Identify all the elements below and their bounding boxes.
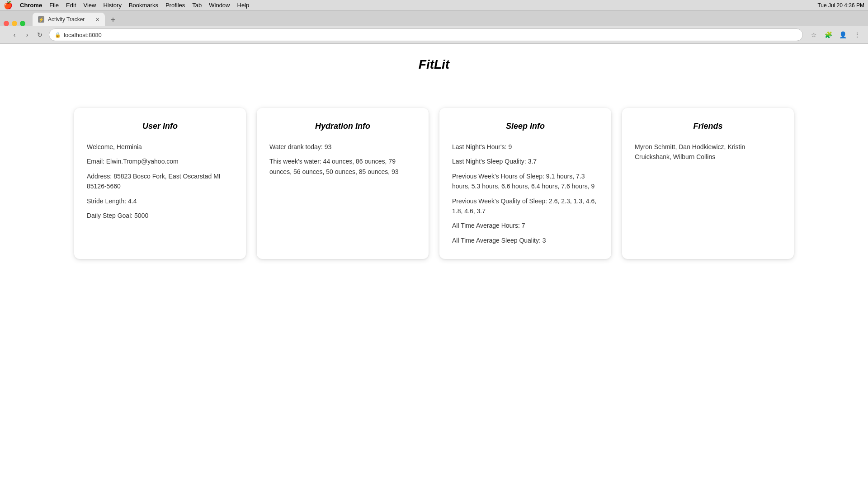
lock-icon: 🔒 bbox=[55, 32, 61, 38]
friends-title: Friends bbox=[635, 122, 781, 131]
browser-actions: ☆ 🧩 👤 ⋮ bbox=[808, 29, 863, 40]
weeks-water: This week's water: 44 ounces, 86 ounces,… bbox=[269, 156, 416, 177]
water-today: Water drank today: 93 bbox=[269, 142, 416, 152]
user-address: Address: 85823 Bosco Fork, East Oscarsta… bbox=[87, 171, 233, 192]
user-info-title: User Info bbox=[87, 122, 233, 131]
bookmark-icon[interactable]: ☆ bbox=[808, 29, 819, 40]
menu-file[interactable]: File bbox=[49, 2, 59, 9]
tab-bar: ⚡ Activity Tracker × + bbox=[0, 11, 868, 26]
apple-menu[interactable]: 🍎 bbox=[4, 1, 13, 9]
forward-button[interactable]: › bbox=[22, 29, 33, 40]
traffic-lights bbox=[4, 21, 25, 26]
friends-list: Myron Schmitt, Dan Hodkiewicz, Kristin C… bbox=[635, 142, 781, 162]
back-button[interactable]: ‹ bbox=[9, 29, 20, 40]
user-step-goal: Daily Step Goal: 5000 bbox=[87, 211, 233, 221]
user-stride: Stride Length: 4.4 bbox=[87, 196, 233, 206]
page-content: FitLit User Info Welcome, Herminia Email… bbox=[0, 44, 868, 488]
new-tab-button[interactable]: + bbox=[107, 14, 119, 26]
last-night-quality: Last Night's Sleep Quality: 3.7 bbox=[452, 156, 599, 166]
browser-toolbar: ‹ › ↻ 🔒 localhost:8080 ☆ 🧩 👤 ⋮ bbox=[0, 26, 868, 43]
profile-icon[interactable]: 👤 bbox=[837, 29, 848, 40]
user-info-body: Welcome, Herminia Email: Elwin.Tromp@yah… bbox=[87, 142, 233, 221]
menu-history[interactable]: History bbox=[103, 2, 121, 9]
menu-edit[interactable]: Edit bbox=[66, 2, 76, 9]
browser-nav: ‹ › ↻ bbox=[9, 29, 45, 40]
refresh-button[interactable]: ↻ bbox=[34, 29, 45, 40]
menu-bar-time: Tue Jul 20 4:36 PM bbox=[817, 2, 864, 9]
hydration-info-title: Hydration Info bbox=[269, 122, 416, 131]
user-info-card: User Info Welcome, Herminia Email: Elwin… bbox=[74, 108, 246, 259]
tab-close-icon[interactable]: × bbox=[96, 16, 99, 23]
cards-container: User Info Welcome, Herminia Email: Elwin… bbox=[9, 108, 859, 259]
menu-bookmarks[interactable]: Bookmarks bbox=[129, 2, 158, 9]
user-welcome: Welcome, Herminia bbox=[87, 142, 233, 152]
tab-favicon: ⚡ bbox=[38, 16, 44, 23]
prev-week-hours: Previous Week's Hours of Sleep: 9.1 hour… bbox=[452, 171, 599, 192]
maximize-button[interactable] bbox=[20, 21, 25, 26]
menu-window[interactable]: Window bbox=[209, 2, 230, 9]
all-time-avg-quality: All Time Average Sleep Quality: 3 bbox=[452, 235, 599, 245]
app-title: FitLit bbox=[9, 57, 859, 72]
user-email: Email: Elwin.Tromp@yahoo.com bbox=[87, 156, 233, 166]
menu-view[interactable]: View bbox=[83, 2, 96, 9]
address-bar[interactable]: 🔒 localhost:8080 bbox=[49, 28, 803, 41]
menu-bar: 🍎 Chrome File Edit View History Bookmark… bbox=[0, 0, 868, 11]
hydration-info-card: Hydration Info Water drank today: 93 Thi… bbox=[257, 108, 429, 259]
extensions-icon[interactable]: 🧩 bbox=[823, 29, 834, 40]
last-night-hours: Last Night's Hour's: 9 bbox=[452, 142, 599, 152]
friends-body: Myron Schmitt, Dan Hodkiewicz, Kristin C… bbox=[635, 142, 781, 162]
menu-chrome[interactable]: Chrome bbox=[20, 2, 42, 9]
menu-help[interactable]: Help bbox=[237, 2, 250, 9]
sleep-info-card: Sleep Info Last Night's Hour's: 9 Last N… bbox=[439, 108, 611, 259]
browser-chrome: ⚡ Activity Tracker × + ‹ › ↻ 🔒 localhost… bbox=[0, 11, 868, 44]
sleep-info-title: Sleep Info bbox=[452, 122, 599, 131]
menu-icon[interactable]: ⋮ bbox=[852, 29, 863, 40]
menu-tab[interactable]: Tab bbox=[192, 2, 202, 9]
prev-week-quality: Previous Week's Quality of Sleep: 2.6, 2… bbox=[452, 196, 599, 216]
sleep-info-body: Last Night's Hour's: 9 Last Night's Slee… bbox=[452, 142, 599, 245]
address-text: localhost:8080 bbox=[64, 32, 102, 38]
menu-bar-right: Tue Jul 20 4:36 PM bbox=[817, 2, 864, 9]
active-tab[interactable]: ⚡ Activity Tracker × bbox=[33, 13, 105, 26]
hydration-info-body: Water drank today: 93 This week's water:… bbox=[269, 142, 416, 177]
all-time-avg-hours: All Time Average Hours: 7 bbox=[452, 221, 599, 230]
close-button[interactable] bbox=[4, 21, 9, 26]
tab-title: Activity Tracker bbox=[48, 16, 85, 23]
menu-profiles[interactable]: Profiles bbox=[165, 2, 185, 9]
friends-card: Friends Myron Schmitt, Dan Hodkiewicz, K… bbox=[622, 108, 794, 259]
minimize-button[interactable] bbox=[12, 21, 17, 26]
